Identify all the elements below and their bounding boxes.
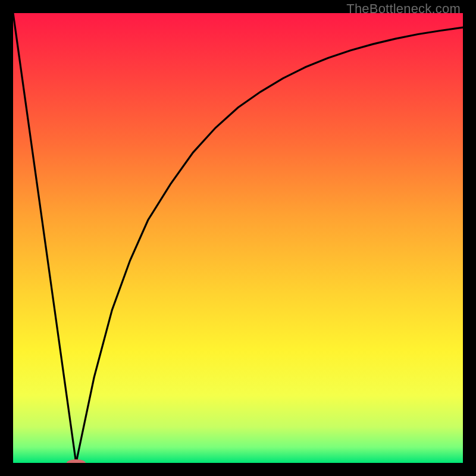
bottleneck-chart xyxy=(13,13,463,463)
gradient-fill xyxy=(13,13,463,463)
chart-frame xyxy=(13,13,463,463)
